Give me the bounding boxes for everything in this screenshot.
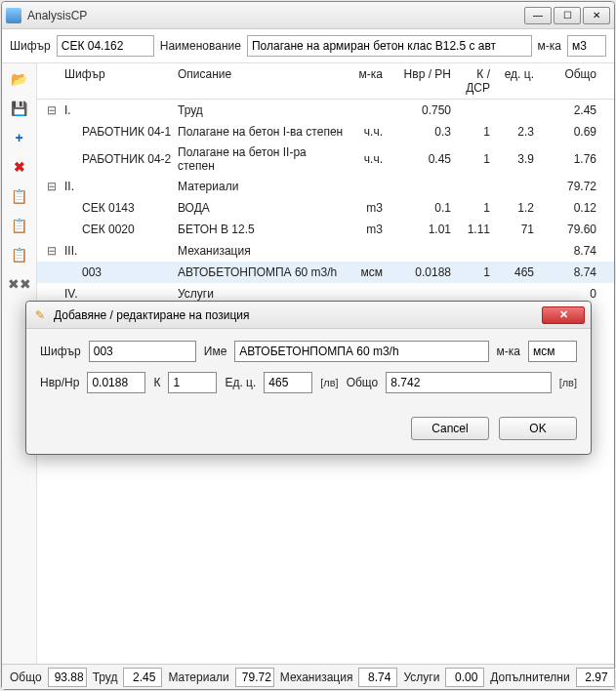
cell-code: II. — [61, 180, 178, 193]
unit-input[interactable] — [567, 35, 606, 57]
maximize-button[interactable]: ☐ — [554, 7, 581, 24]
cell-unit: m3 — [344, 223, 383, 236]
add-icon[interactable]: + — [10, 128, 29, 147]
dlg-unit-label: м-ка — [497, 345, 520, 358]
dialog-titlebar[interactable]: ✎ Добавяне / редактиране на позиция ✕ — [26, 302, 591, 329]
cell-total: 0.12 — [534, 201, 608, 215]
cell-desc: Полагане на бетон II-ра степен — [178, 145, 344, 173]
table-row[interactable]: РАБОТНИК 04-1Полагане на бетон I-ва степ… — [37, 121, 614, 142]
cell-total: 2.45 — [534, 103, 608, 117]
status-labour-label: Труд — [93, 671, 118, 684]
dlg-code-label: Шифър — [40, 345, 81, 358]
cell-desc: АВТОБЕТОНПОМПА 60 m3/h — [178, 265, 344, 279]
cell-desc: Труд — [178, 103, 344, 117]
cell-nvr: 0.1 — [383, 201, 451, 215]
titlebar[interactable]: AnalysisCP — ☐ ✕ — [2, 2, 614, 29]
save-icon[interactable]: 💾 — [10, 99, 29, 118]
table-row[interactable]: СЕК 0020БЕТОН В 12.5m31.011.117179.60 — [37, 219, 614, 240]
dialog-title: Добавяне / редактиране на позиция — [54, 308, 542, 322]
col-desc[interactable]: Описание — [178, 67, 344, 95]
cell-nvr: 0.45 — [383, 152, 451, 166]
cell-total: 0.69 — [534, 125, 608, 139]
cancel-button[interactable]: Cancel — [411, 417, 489, 440]
cell-unit: m3 — [344, 201, 383, 215]
cell-nvr: 1.01 — [383, 223, 451, 236]
minimize-button[interactable]: — — [524, 7, 552, 24]
dlg-total-input[interactable] — [386, 372, 551, 393]
window-title: AnalysisCP — [27, 9, 524, 22]
cell-edc: 3.9 — [490, 152, 534, 166]
col-edc[interactable]: ед. ц. — [490, 67, 534, 95]
clipboard3-icon[interactable]: 📋 — [10, 245, 29, 264]
cell-total: 79.72 — [534, 180, 608, 193]
table-row[interactable]: ⊟III.Механизация8.74 — [37, 240, 614, 262]
dlg-name-label: Име — [204, 345, 227, 358]
col-code[interactable]: Шифър — [61, 67, 178, 95]
cell-total: 8.74 — [534, 265, 608, 279]
cell-code: РАБОТНИК 04-2 — [61, 152, 178, 166]
dialog-close-button[interactable]: ✕ — [542, 306, 585, 324]
table-row[interactable]: РАБОТНИК 04-2Полагане на бетон II-ра сте… — [37, 142, 614, 176]
col-k[interactable]: К / ДСР — [451, 67, 490, 95]
code-label: Шифър — [10, 39, 51, 53]
col-total[interactable]: Общо — [534, 67, 608, 95]
cell-total: 0 — [534, 287, 608, 301]
dlg-nvr-input[interactable] — [87, 372, 145, 393]
status-mat-label: Материали — [168, 671, 228, 684]
table-row[interactable]: ⊟I.Труд0.7502.45 — [37, 100, 614, 121]
dlg-currency1: [лв] — [320, 377, 338, 388]
dlg-k-input[interactable] — [168, 372, 217, 393]
table-row[interactable]: 003АВТОБЕТОНПОМПА 60 m3/hмсм0.018814658.… — [37, 262, 614, 283]
clipboard2-icon[interactable]: 📋 — [10, 216, 29, 235]
settings-icon[interactable]: ✖✖ — [10, 274, 29, 294]
code-input[interactable] — [57, 35, 154, 57]
statusbar: Общо 93.88 Труд 2.45 Материали 79.72 Мех… — [2, 664, 614, 689]
table-row[interactable]: СЕК 0143ВОДАm30.111.20.12 — [37, 197, 614, 219]
top-form: Шифър Наименование м-ка — [2, 29, 614, 63]
status-mat-value: 79.72 — [235, 668, 274, 687]
status-labour-value: 2.45 — [123, 668, 162, 687]
dlg-k-label: К — [153, 376, 160, 389]
clipboard1-icon[interactable]: 📋 — [10, 186, 29, 206]
cell-nvr: 0.0188 — [383, 265, 451, 279]
cell-unit: мсм — [344, 265, 383, 279]
ok-button[interactable]: OK — [499, 417, 577, 440]
expand-icon[interactable]: ⊟ — [43, 103, 61, 117]
delete-icon[interactable]: ✖ — [10, 157, 29, 177]
expand-icon[interactable]: ⊟ — [43, 180, 61, 193]
cell-edc: 1.2 — [490, 201, 534, 215]
grid-header: Шифър Описание м-ка Нвр / РН К / ДСР ед.… — [37, 63, 614, 100]
cell-edc: 2.3 — [490, 125, 534, 139]
table-row[interactable]: ⊟II.Материали79.72 — [37, 176, 614, 197]
cell-desc: Механизация — [178, 244, 344, 258]
cell-code: СЕК 0143 — [61, 201, 178, 215]
cell-code: 003 — [61, 265, 178, 279]
cell-nvr: 0.3 — [383, 125, 451, 139]
cell-code: РАБОТНИК 04-1 — [61, 125, 178, 139]
cell-code: III. — [61, 244, 178, 258]
expand-icon[interactable]: ⊟ — [43, 244, 61, 258]
dlg-code-input[interactable] — [89, 341, 196, 362]
status-extra-label: Допълнителни — [490, 671, 569, 684]
cell-edc: 465 — [490, 265, 534, 279]
close-button[interactable]: ✕ — [583, 7, 610, 24]
unit-label: м-ка — [538, 39, 561, 53]
cell-edc: 71 — [490, 223, 534, 236]
status-extra-value: 2.97 — [576, 668, 615, 687]
dlg-unit-input[interactable] — [528, 341, 577, 362]
dlg-nvr-label: Нвр/Нр — [40, 376, 79, 389]
cell-unit: ч.ч. — [344, 152, 383, 166]
dlg-edc-input[interactable] — [264, 372, 312, 393]
status-total-label: Общо — [10, 671, 42, 684]
col-unit[interactable]: м-ка — [344, 67, 383, 95]
open-icon[interactable]: 📂 — [10, 69, 29, 89]
cell-k: 1 — [451, 201, 490, 215]
cell-code: СЕК 0020 — [61, 223, 178, 236]
col-nvr[interactable]: Нвр / РН — [383, 67, 451, 95]
name-input[interactable] — [247, 35, 532, 57]
status-serv-label: Услуги — [403, 671, 439, 684]
dlg-currency2: [лв] — [559, 377, 577, 388]
dlg-name-input[interactable] — [234, 341, 488, 362]
dlg-edc-label: Ед. ц. — [225, 376, 256, 389]
cell-code: IV. — [61, 287, 178, 301]
